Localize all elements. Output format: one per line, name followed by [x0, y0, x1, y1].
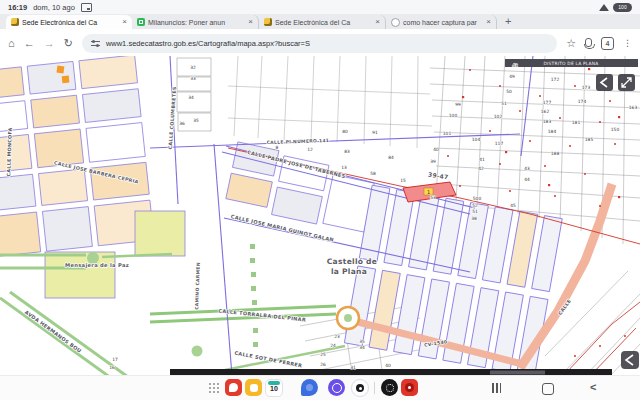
- forward-icon[interactable]: →: [44, 38, 55, 49]
- app-drawer-icon[interactable]: [209, 383, 219, 393]
- parcel-number: 117: [495, 141, 504, 146]
- tab-sede-catastro-2[interactable]: Sede Electrónica del Ca ×: [259, 15, 386, 29]
- url-text: www1.sedecatastro.gob.es/Cartografia/map…: [106, 39, 310, 48]
- parcel-number: 84: [388, 155, 394, 160]
- calendar-app-icon[interactable]: 10: [265, 379, 283, 397]
- parcel-number: 173: [582, 85, 591, 90]
- camera-app-icon[interactable]: [351, 379, 369, 397]
- parcel-number: 50: [506, 89, 512, 94]
- map-viewport[interactable]: 1 DISTRITO DE LA PLANA CALLE COLUMBRETES…: [0, 56, 640, 376]
- parcel-number: 162: [541, 109, 550, 114]
- parcel-number: 188: [551, 151, 560, 156]
- back-icon[interactable]: ←: [24, 38, 35, 49]
- close-tab-icon[interactable]: ×: [248, 18, 253, 26]
- parcel-number: 31: [350, 365, 356, 370]
- recents-nav-button[interactable]: [492, 383, 503, 393]
- parcel-number: 15: [400, 178, 406, 183]
- parcel-number: 104: [472, 137, 481, 142]
- parcel-number: 45: [510, 203, 516, 208]
- tab-title: Milanuncios: Poner anun: [148, 19, 245, 26]
- tablet-screen: { "status_bar": { "time": "16:19", "date…: [0, 0, 640, 400]
- parcel-number: 13: [341, 165, 347, 170]
- url-input[interactable]: www1.sedecatastro.gob.es/Cartografia/map…: [82, 34, 557, 53]
- settings-app-icon[interactable]: [381, 379, 398, 396]
- catastro-favicon: [264, 18, 272, 26]
- parcel-number: 32: [190, 65, 196, 70]
- parcel-number: 35: [359, 339, 365, 344]
- parcel-number: 33: [190, 76, 196, 81]
- parcel-number: 58: [370, 171, 376, 176]
- parcel-number: 172: [551, 77, 560, 82]
- fullscreen-button[interactable]: [618, 74, 635, 91]
- collapse-button[interactable]: [596, 74, 613, 91]
- tab-title: Sede Electrónica del Ca: [275, 19, 372, 26]
- tab-sede-catastro-1[interactable]: Sede Electrónica del Ca ×: [6, 15, 132, 29]
- recorder-app-icon[interactable]: [401, 379, 418, 396]
- tab-title: como hacer captura par: [403, 19, 483, 26]
- parcel-number: 91: [372, 130, 378, 135]
- parcel-number: 101: [443, 131, 452, 136]
- calendar-day: 10: [266, 385, 282, 392]
- parcel-number: 16: [109, 365, 115, 370]
- parcel-number: 150: [611, 127, 620, 132]
- close-tab-icon[interactable]: ×: [375, 18, 380, 26]
- selected-parcel-label: 1: [427, 189, 430, 195]
- parcel-number: 100: [449, 113, 458, 118]
- parcel-number: 26: [320, 362, 326, 367]
- tab-google-search[interactable]: como hacer captura par ×: [386, 15, 497, 29]
- tab-milanuncios[interactable]: Milanuncios: Poner anun ×: [132, 15, 259, 29]
- parcel-number: 34: [188, 95, 194, 100]
- parcel-number: 51: [501, 101, 507, 106]
- menu-icon[interactable]: ⋮: [623, 39, 632, 48]
- parcel-number: 174: [578, 99, 587, 104]
- new-tab-button[interactable]: +: [505, 15, 511, 27]
- tab-strip: Sede Electrónica del Ca × Milanuncios: P…: [0, 14, 640, 29]
- parcel-number: 52: [472, 203, 478, 208]
- parcel-number: 41: [479, 157, 485, 162]
- screencast-icon: [81, 3, 92, 12]
- parcel-number: 25: [320, 352, 326, 357]
- app-icon-gallery[interactable]: [245, 379, 262, 396]
- cadastral-map[interactable]: 1 DISTRITO DE LA PLANA CALLE COLUMBRETES…: [0, 56, 640, 376]
- app-icon-red[interactable]: [225, 379, 242, 396]
- edge-panel-handle[interactable]: [621, 351, 639, 369]
- street-label: la Plana: [331, 267, 367, 276]
- tab-title: Sede Electrónica del Ca: [22, 19, 119, 26]
- parcel-number: 177: [543, 100, 552, 105]
- parcel-number: 36: [179, 121, 185, 126]
- parcel-number: 163: [629, 105, 638, 110]
- parcel-number: 43: [524, 166, 530, 171]
- battery-icon: 100: [613, 3, 632, 12]
- browser-toolbar: ⌂ ← → ↻ www1.sedecatastro.gob.es/Cartogr…: [0, 29, 640, 57]
- parcel-number: 17: [112, 357, 118, 362]
- back-nav-button[interactable]: <: [590, 381, 596, 393]
- parcel-number: 39: [430, 159, 436, 164]
- home-nav-button[interactable]: [542, 383, 554, 395]
- close-tab-icon[interactable]: ×: [122, 18, 127, 26]
- close-tab-icon[interactable]: ×: [486, 18, 491, 26]
- parcel-number: 40: [433, 147, 439, 152]
- browser-app-icon[interactable]: [328, 379, 345, 396]
- home-icon[interactable]: ⌂: [8, 38, 15, 49]
- voice-search-icon[interactable]: [585, 38, 592, 47]
- parcel-number: 40: [385, 363, 391, 368]
- date: dom, 10 ago: [33, 3, 75, 12]
- bookmark-star-icon[interactable]: ☆: [566, 38, 576, 49]
- parcel-number: 42: [478, 166, 484, 171]
- parcel-number: 44: [524, 177, 530, 182]
- taskbar-divider: [374, 382, 375, 394]
- parcel-number: 12: [307, 147, 313, 152]
- parcel-number: 35: [193, 118, 199, 123]
- parcel-number: 500: [473, 196, 482, 201]
- parcel-number: 51: [472, 209, 478, 214]
- street-label: Castelló de: [327, 257, 377, 266]
- messages-app-icon[interactable]: [301, 379, 318, 396]
- tab-switcher-button[interactable]: 4: [601, 37, 614, 50]
- parcel-number: 49: [509, 74, 515, 79]
- parcel-number: 34: [359, 345, 365, 350]
- parcel-number: 80: [342, 129, 348, 134]
- parcel-number: 53: [430, 195, 436, 200]
- map-title-banner: DISTRITO DE LA PLANA: [505, 59, 638, 67]
- site-settings-icon[interactable]: [91, 40, 100, 47]
- reload-icon[interactable]: ↻: [64, 38, 73, 49]
